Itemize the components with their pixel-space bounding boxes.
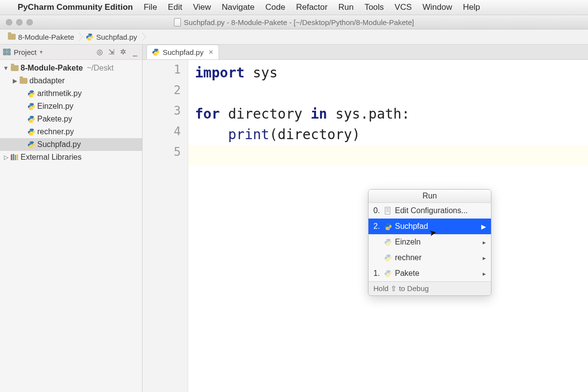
- breadcrumb-file-label: Suchpfad.py: [96, 33, 137, 41]
- tree-file-label: Suchpfad.py: [37, 140, 81, 149]
- menu-window[interactable]: Window: [422, 2, 452, 12]
- chevron-down-icon[interactable]: ▼: [3, 65, 9, 72]
- chevron-right-icon: ▸: [483, 270, 486, 277]
- menu-help[interactable]: Help: [463, 2, 480, 12]
- settings-icon[interactable]: ✲: [119, 48, 127, 56]
- breadcrumb-sep-icon: [142, 32, 146, 41]
- tree-file[interactable]: Pakete.py: [0, 113, 142, 125]
- python-file-icon: [86, 33, 94, 41]
- window-close-button[interactable]: [6, 19, 12, 25]
- line-number: 1: [143, 63, 188, 83]
- config-icon: [384, 207, 392, 215]
- tree-file-selected[interactable]: Suchpfad.py: [0, 138, 142, 151]
- line-number: 3: [143, 104, 188, 124]
- document-icon: [174, 18, 181, 26]
- tree-file-label: Pakete.py: [37, 115, 72, 123]
- menu-run[interactable]: Run: [338, 2, 353, 12]
- python-file-icon: [27, 102, 35, 110]
- window-minimize-button[interactable]: [16, 19, 23, 25]
- menu-navigate[interactable]: Navigate: [221, 2, 254, 12]
- run-item-label: Edit Configurations...: [395, 206, 468, 215]
- run-item-number: 1.: [373, 269, 381, 278]
- menu-file[interactable]: File: [144, 2, 157, 12]
- run-item-label: Suchpfad: [395, 222, 428, 231]
- python-file-icon: [27, 115, 35, 123]
- editor-tabs: Suchpfad.py ✕: [143, 45, 588, 60]
- run-item-label: rechner: [395, 253, 421, 262]
- run-item-number: 0.: [373, 206, 381, 215]
- collapse-all-icon[interactable]: ⇲: [107, 48, 116, 56]
- run-popup: Run 0. Edit Configurations... 2. Suchpfa…: [368, 189, 491, 296]
- traffic-lights: [6, 19, 33, 25]
- line-number: 4: [143, 124, 188, 145]
- tree-file[interactable]: rechner.py: [0, 125, 142, 138]
- tree-file[interactable]: arithmetik.py: [0, 87, 142, 100]
- window-zoom-button[interactable]: [26, 19, 33, 25]
- run-popup-title: Run: [368, 190, 491, 203]
- breadcrumb-file[interactable]: Suchpfad.py: [83, 29, 142, 44]
- editor-body[interactable]: 1 2 3 4 5 import sys for directory in sy…: [143, 60, 588, 392]
- tree-root-path: ~/Deskt: [87, 64, 114, 73]
- menu-tools[interactable]: Tools: [365, 2, 384, 12]
- project-tool-title[interactable]: Project: [14, 48, 37, 56]
- breadcrumb: 8-Module-Pakete Suchpfad.py: [0, 29, 588, 45]
- editor-tab-label: Suchpfad.py: [163, 48, 203, 56]
- run-item-number: 2.: [373, 222, 381, 231]
- breadcrumb-root[interactable]: 8-Module-Pakete: [5, 29, 79, 44]
- window-titlebar: Suchpfad.py - 8-Module-Pakete - [~/Deskt…: [0, 15, 588, 29]
- tree-external-libs[interactable]: ▷ External Libraries: [0, 151, 142, 164]
- tree-file[interactable]: Einzeln.py: [0, 100, 142, 113]
- run-popup-edit-config[interactable]: 0. Edit Configurations...: [368, 203, 491, 219]
- menu-code[interactable]: Code: [266, 2, 286, 12]
- chevron-right-icon[interactable]: ▶: [12, 77, 18, 84]
- editor-tab[interactable]: Suchpfad.py ✕: [147, 45, 219, 59]
- project-tree[interactable]: ▼ 8-Module-Pakete ~/Deskt ▶ dbadapter ar…: [0, 60, 142, 392]
- close-tab-icon[interactable]: ✕: [208, 49, 214, 56]
- svg-rect-4: [11, 154, 12, 160]
- app-menu[interactable]: PyCharm Community Edition: [18, 2, 133, 12]
- current-line-highlight: [188, 145, 588, 166]
- menu-view[interactable]: View: [193, 2, 211, 12]
- project-tool-header: Project ▾ ◎ ⇲ ✲ ⎯: [0, 45, 142, 60]
- tree-file-label: rechner.py: [37, 127, 74, 136]
- python-file-icon: [384, 238, 392, 246]
- target-icon[interactable]: ◎: [95, 48, 104, 56]
- line-number: 5: [143, 145, 188, 166]
- libraries-icon: [11, 154, 19, 161]
- svg-rect-5: [13, 154, 14, 160]
- folder-icon: [8, 34, 16, 40]
- breadcrumb-sep-icon: [79, 32, 83, 41]
- menu-vcs[interactable]: VCS: [394, 2, 412, 12]
- python-file-icon: [384, 222, 392, 230]
- mac-menubar[interactable]: PyCharm Community Edition File Edit View…: [0, 0, 588, 15]
- run-item-label: Einzeln: [395, 238, 420, 246]
- run-popup-item[interactable]: 1. Pakete ▸: [368, 266, 491, 281]
- tree-file-label: Einzeln.py: [37, 102, 74, 111]
- svg-rect-2: [3, 52, 6, 55]
- editor-gutter: 1 2 3 4 5: [143, 60, 188, 392]
- tree-folder-label: dbadapter: [29, 76, 65, 85]
- svg-rect-6: [15, 155, 16, 160]
- project-tool-window: Project ▾ ◎ ⇲ ✲ ⎯ ▼ 8-Module-Pakete ~/De…: [0, 45, 143, 392]
- svg-rect-1: [7, 49, 10, 51]
- menu-refactor[interactable]: Refactor: [296, 2, 327, 12]
- chevron-right-icon[interactable]: ▷: [3, 154, 9, 161]
- run-item-label: Pakete: [395, 269, 419, 278]
- svg-rect-7: [17, 154, 18, 160]
- python-file-icon: [152, 48, 160, 56]
- run-popup-item-selected[interactable]: 2. Suchpfad ▶: [368, 219, 491, 234]
- menu-edit[interactable]: Edit: [168, 2, 182, 12]
- run-popup-item[interactable]: Einzeln ▸: [368, 234, 491, 250]
- python-file-icon: [384, 270, 392, 277]
- tree-folder[interactable]: ▶ dbadapter: [0, 74, 142, 87]
- run-popup-item[interactable]: rechner ▸: [368, 250, 491, 266]
- tree-file-label: arithmetik.py: [37, 89, 82, 98]
- tree-root[interactable]: ▼ 8-Module-Pakete ~/Deskt: [0, 62, 142, 74]
- python-file-icon: [27, 90, 35, 98]
- dropdown-icon[interactable]: ▾: [40, 49, 43, 55]
- window-title: Suchpfad.py - 8-Module-Pakete - [~/Deskt…: [184, 18, 414, 26]
- hide-icon[interactable]: ⎯: [130, 48, 139, 56]
- folder-icon: [20, 78, 27, 84]
- chevron-right-icon: ▸: [483, 254, 486, 262]
- svg-rect-0: [3, 49, 6, 51]
